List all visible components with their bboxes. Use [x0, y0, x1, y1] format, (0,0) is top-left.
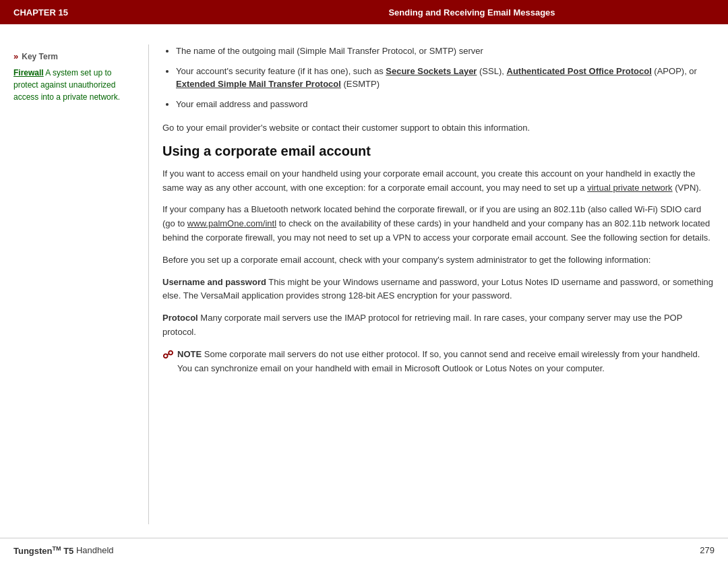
bullet-item-3-text: Your email address and password [176, 99, 307, 109]
note-text: Some corporate mail servers do not use e… [177, 349, 700, 373]
paragraph-5: Protocol Many corporate mail servers use… [162, 311, 715, 340]
note-label: NOTE [177, 349, 202, 359]
protocol-text: Many corporate mail servers use the IMAP… [162, 313, 682, 337]
bullet-item-2-text: Your account's security feature (if it h… [176, 66, 697, 90]
ssl-link[interactable]: Secure Sockets Layer [386, 66, 477, 76]
footer-page-number: 279 [700, 545, 715, 555]
arrows-icon: » [13, 51, 18, 61]
page-footer: TungstenTM T5 Handheld 279 [0, 538, 728, 562]
palmone-link[interactable]: www.palmOne.com/intl [187, 218, 276, 228]
footer-product: TungstenTM T5 Handheld [13, 544, 114, 555]
paragraph-2: If your company has a Bluetooth network … [162, 203, 715, 245]
apop-link[interactable]: Authenticated Post Office Protocol [507, 66, 652, 76]
chapter-label: CHAPTER 15 [13, 7, 229, 18]
term-name: Firewall [13, 68, 44, 77]
key-term-label: Key Term [22, 52, 58, 61]
list-item: The name of the outgoing mail (Simple Ma… [176, 44, 715, 58]
paragraph-1: If you want to access email on your hand… [162, 167, 715, 195]
list-item: Your email address and password [176, 98, 715, 111]
go-to-paragraph: Go to your email provider's website or c… [162, 121, 715, 135]
paragraph-1-end: (VPN). [673, 183, 702, 193]
esmtp-link[interactable]: Extended Simple Mail Transfer Protocol [176, 79, 341, 89]
main-content: The name of the outgoing mail (Simple Ma… [148, 44, 715, 524]
note-box: ☍ NOTE Some corporate mail servers do no… [162, 348, 715, 376]
chapter-title: Sending and Receiving Email Messages [229, 7, 715, 18]
term-definition: Firewall A system set up to protect agai… [13, 67, 135, 103]
sidebar: » Key Term Firewall A system set up to p… [13, 44, 148, 524]
key-term-header: » Key Term [13, 51, 135, 61]
paragraph-3: Before you set up a corporate email acco… [162, 253, 715, 268]
bullet-item-1-text: The name of the outgoing mail (Simple Ma… [176, 46, 483, 56]
username-label: Username and password [162, 277, 266, 287]
bullet-list: The name of the outgoing mail (Simple Ma… [162, 44, 715, 111]
list-item: Your account's security feature (if it h… [176, 65, 715, 91]
note-icon: ☍ [162, 348, 173, 361]
section-heading: Using a corporate email account [162, 144, 715, 159]
page-content: » Key Term Firewall A system set up to p… [0, 24, 728, 538]
paragraph-4: Username and password This might be your… [162, 276, 715, 304]
page-header: CHAPTER 15 Sending and Receiving Email M… [0, 0, 728, 24]
note-content: NOTE Some corporate mail servers do not … [177, 348, 715, 376]
protocol-label: Protocol [162, 313, 198, 323]
vpn-link[interactable]: virtual private network [587, 183, 672, 193]
